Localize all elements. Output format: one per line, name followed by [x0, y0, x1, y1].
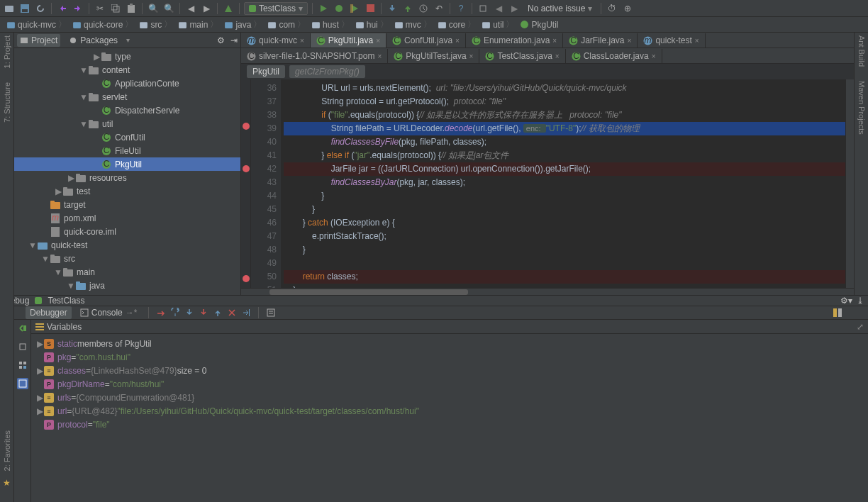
tree-item-dispatcherservle[interactable]: CDispatcherServle [14, 104, 240, 117]
var-protocol[interactable]: Pprotocol = "file" [31, 418, 868, 431]
tree-item-servlet[interactable]: ▼servlet [14, 90, 240, 104]
tree-item-confutil[interactable]: CConfUtil [14, 130, 240, 144]
editor-horizontal-scrollbar[interactable] [241, 288, 854, 295]
editor-tab-jarfile-java[interactable]: CJarFile.java× [563, 33, 638, 48]
editor-tab-quick-test[interactable]: mquick-test× [638, 33, 705, 48]
tree-item-test[interactable]: ▶test [14, 184, 240, 198]
crumb-method[interactable]: getClzFromPkg() [289, 65, 365, 78]
favorites-star-icon[interactable]: ★ [3, 478, 11, 488]
task-add-icon[interactable]: ⊕ [621, 2, 634, 15]
tree-item-target[interactable]: target [14, 198, 240, 211]
replace-icon[interactable]: 🔍 [162, 2, 175, 15]
tree-item-src[interactable]: ▼src [14, 252, 240, 265]
tree-item-main[interactable]: ▼main [14, 265, 240, 279]
tree-item-resources[interactable]: ▶resources [14, 171, 240, 184]
editor-tab-confutil-java[interactable]: CConfUtil.java× [386, 33, 466, 48]
run-icon[interactable] [317, 2, 330, 15]
crumb-com[interactable]: com〉 [265, 18, 308, 30]
crumb-src[interactable]: src〉 [137, 18, 174, 30]
tree-item-java[interactable]: ▼java [14, 279, 240, 292]
step-into-icon[interactable] [184, 308, 194, 318]
copy-icon[interactable] [109, 2, 122, 15]
var-static[interactable]: ▶Sstatic members of PkgUtil [31, 337, 868, 350]
debug-tab-debugger[interactable]: Debugger [26, 306, 72, 319]
cut-icon[interactable]: ✂ [94, 2, 106, 15]
task-next-icon[interactable]: ▶ [508, 2, 521, 15]
frames-more-icon[interactable] [17, 359, 28, 371]
tool-maven[interactable]: Maven Projects [857, 81, 866, 135]
tree-item-util[interactable]: ▼util [14, 117, 240, 130]
vars-restore-icon[interactable]: ⤢ [857, 322, 864, 332]
tool-project[interactable]: 1: Project [3, 35, 11, 68]
step-over-show-icon[interactable] [156, 308, 166, 318]
breakpoint-gutter[interactable] [241, 79, 251, 288]
var-url[interactable]: ▶≡url = {URL@482} "file:/Users/yihui/Git… [31, 404, 868, 418]
code-editor[interactable]: URL url = urls.nextElement(); url: "file… [281, 79, 845, 288]
task-icon[interactable] [477, 2, 489, 15]
tool-favorites[interactable]: 2: Favorites [3, 430, 11, 471]
panel-tab-packages[interactable]: Packages [66, 34, 121, 47]
task-timer-icon[interactable]: ⏱ [606, 2, 618, 15]
sync-icon[interactable] [34, 2, 47, 15]
panel-tab-project[interactable]: Project [17, 34, 60, 47]
var-pkg[interactable]: Ppkg = "com.hust.hui" [31, 350, 868, 364]
crumb-java[interactable]: java〉 [222, 18, 264, 30]
editor-tab-silver-file-1-0-snapshot-pom[interactable]: Csilver-file-1.0-SNAPSHOT.pom× [241, 49, 388, 63]
find-icon[interactable]: 🔍 [147, 2, 160, 15]
forward-icon[interactable]: ▶ [200, 2, 213, 15]
editor-tab-pkgutil-java[interactable]: CPkgUtil.java× [311, 33, 386, 48]
tree-item-applicationconte[interactable]: CApplicationConte [14, 77, 240, 90]
crumb-hui[interactable]: hui〉 [353, 18, 391, 30]
editor-error-stripe[interactable] [845, 79, 854, 288]
crumb-class[interactable]: PkgUtil [247, 65, 285, 78]
panel-collapse-icon[interactable]: ⇥ [230, 35, 238, 45]
tool-ant[interactable]: Ant Build [857, 35, 866, 67]
save-icon[interactable] [18, 2, 31, 15]
task-dropdown[interactable]: No active issue ▾ [523, 3, 596, 14]
run-config-dropdown[interactable]: TestClass ▾ [244, 2, 308, 15]
project-tree[interactable]: ▶type▼contentCApplicationConte▼servletCD… [14, 48, 240, 295]
frames-restore-icon[interactable] [17, 323, 28, 334]
var-urls[interactable]: ▶≡urls = {CompoundEnumeration@481} [31, 391, 868, 404]
back-icon[interactable]: ◀ [184, 2, 197, 15]
coverage-icon[interactable] [348, 2, 361, 15]
debug-icon[interactable] [333, 2, 345, 15]
debug-tab-console[interactable]: Console →* [76, 306, 142, 319]
step-over-icon[interactable] [170, 308, 180, 318]
redo-icon[interactable] [72, 2, 84, 15]
crumb-main[interactable]: main〉 [176, 18, 221, 30]
var-classes[interactable]: ▶≡classes = {LinkedHashSet@479} size = 0 [31, 364, 868, 377]
editor-tab-pkgutiltest-java[interactable]: CPkgUtilTest.java× [388, 49, 479, 63]
stop-icon[interactable] [364, 2, 377, 15]
tree-item-quick-test[interactable]: ▼quick-test [14, 238, 240, 252]
debug-layout-icon[interactable] [833, 308, 842, 318]
tree-item-pom-xml[interactable]: mpom.xml [14, 211, 240, 225]
tree-item-fileutil[interactable]: CFileUtil [14, 144, 240, 157]
undo-icon[interactable] [56, 2, 69, 15]
crumb-pkgutil[interactable]: PkgUtil [518, 20, 560, 30]
run-to-cursor-icon[interactable] [241, 308, 251, 318]
tree-item-content[interactable]: ▼content [14, 63, 240, 77]
crumb-quick-mvc[interactable]: quick-mvc〉 [4, 18, 69, 30]
debug-pin-icon[interactable]: ⤓ [857, 296, 864, 306]
crumb-mvc[interactable]: mvc〉 [392, 18, 434, 30]
frames-filter-icon[interactable] [17, 378, 28, 389]
tree-item-quick-core-iml[interactable]: quick-core.iml [14, 225, 240, 238]
open-icon[interactable] [3, 2, 16, 15]
crumb-core[interactable]: core〉 [435, 18, 478, 30]
vcs-commit-icon[interactable] [401, 2, 414, 15]
build-icon[interactable] [222, 2, 235, 15]
vcs-update-icon[interactable] [386, 2, 399, 15]
editor-tab-testclass-java[interactable]: CTestClass.java× [479, 49, 565, 63]
step-out-icon[interactable] [213, 308, 223, 318]
editor-tab-quick-mvc[interactable]: mquick-mvc× [241, 33, 311, 48]
editor-tab-classloader-java[interactable]: CClassLoader.java× [566, 49, 662, 63]
crumb-util[interactable]: util〉 [479, 18, 516, 30]
help-icon[interactable]: ? [455, 2, 467, 15]
crumb-quick-core[interactable]: quick-core〉 [70, 18, 135, 30]
paste-icon[interactable] [125, 2, 138, 15]
variables-tree[interactable]: ▶Sstatic members of PkgUtilPpkg = "com.h… [31, 334, 868, 502]
debug-settings-icon[interactable]: ⚙▾ [840, 296, 852, 306]
evaluate-icon[interactable] [266, 308, 276, 318]
task-prev-icon[interactable]: ◀ [492, 2, 505, 15]
